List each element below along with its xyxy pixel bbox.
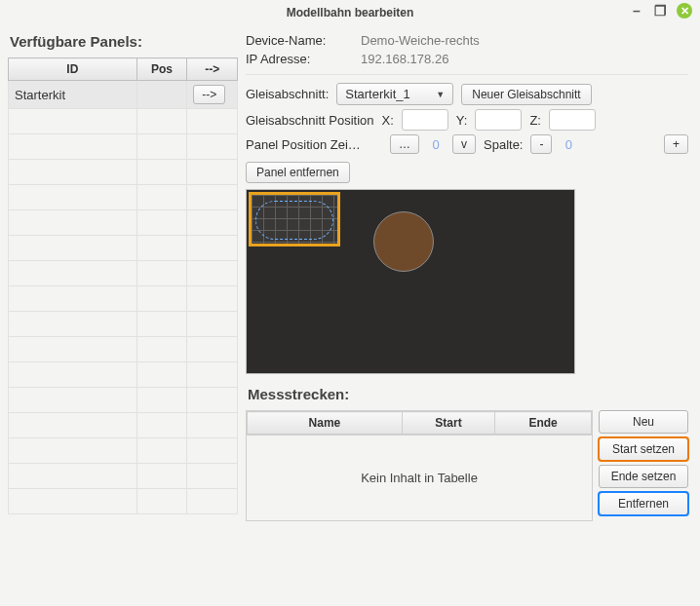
col-pos[interactable]: Pos [136,58,187,81]
chevron-down-icon: ▼ [436,90,445,99]
mess-remove-button[interactable]: Entfernen [599,492,688,515]
section-pos-label: Gleisabschnitt Position [246,113,374,128]
section-z-input[interactable] [549,109,596,131]
ip-value: 192.168.178.26 [361,52,448,66]
mini-panel-grid[interactable] [249,192,340,246]
table-cell-pos[interactable] [136,81,187,109]
ip-label: IP Adresse: [246,52,353,66]
mess-col-end[interactable]: Ende [495,412,592,435]
mess-start-button[interactable]: Start setzen [599,437,688,461]
col-id[interactable]: ID [9,58,137,81]
panel-col-label: Spalte: [484,137,523,152]
mess-empty-text: Kein Inhalt in Tabelle [247,435,592,520]
panel-plus-button[interactable]: + [664,134,688,154]
y-label: Y: [456,113,468,128]
panel-row-value: 0 [427,137,445,152]
panel-minus-button[interactable]: - [530,134,552,154]
col-go[interactable]: --> [187,58,238,81]
mess-col-name[interactable]: Name [248,412,403,435]
panel-v-button[interactable]: v [452,134,476,154]
maximize-icon[interactable]: ❐ [653,4,667,18]
panel-preview [246,189,575,374]
section-label: Gleisabschnitt: [246,87,329,101]
row-go-button[interactable]: --> [193,85,225,104]
titlebar: Modellbahn bearbeiten – ❐ ✕ [0,0,700,25]
window-title: Modellbahn bearbeiten [287,6,414,19]
section-select-value: Starterkit_1 [345,87,409,101]
z-label: Z: [529,113,541,128]
new-section-button[interactable]: Neuer Gleisabschnitt [461,84,591,105]
panel-col-value: 0 [560,137,577,152]
available-panels-table: ID Pos --> Starterkit --> [8,57,238,514]
minimize-icon[interactable]: – [630,4,643,18]
mess-heading: Messstrecken: [248,386,686,402]
x-label: X: [382,113,394,128]
device-name-value: Demo-Weiche-rechts [361,33,480,48]
mess-new-button[interactable]: Neu [599,410,688,434]
available-panels-heading: Verfügbare Panels: [10,33,236,50]
section-x-input[interactable] [402,109,448,131]
section-select[interactable]: Starterkit_1 ▼ [336,83,453,105]
mess-table: Name Start Ende Kein Inhalt in Tabelle [246,410,593,521]
panel-more-button[interactable]: … [390,134,419,154]
panel-pos-label: Panel Position Zei… [246,137,382,152]
table-cell-go: --> [187,81,238,109]
section-y-input[interactable] [475,109,522,131]
remove-panel-button[interactable]: Panel entfernen [246,162,350,183]
device-name-label: Device-Name: [246,33,353,48]
table-cell-id[interactable]: Starterkit [9,81,137,109]
close-icon[interactable]: ✕ [677,3,692,19]
turnout-icon[interactable] [373,211,434,272]
mess-end-button[interactable]: Ende setzen [599,465,688,488]
mess-col-start[interactable]: Start [402,412,494,435]
